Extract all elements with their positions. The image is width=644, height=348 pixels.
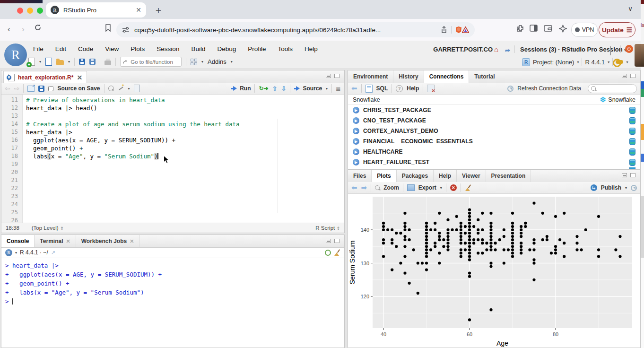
nav-forward-icon[interactable]: ⇨ bbox=[14, 85, 20, 92]
tab-files[interactable]: Files bbox=[348, 170, 372, 182]
find-replace-icon[interactable] bbox=[108, 86, 114, 91]
open-dir-icon[interactable]: ↗ bbox=[51, 250, 55, 256]
goto-file-input[interactable] bbox=[130, 59, 179, 65]
export-plot-icon[interactable] bbox=[407, 184, 415, 191]
database-icon[interactable] bbox=[629, 138, 635, 145]
code-lines[interactable]: # Preview of observations in heart_datah… bbox=[23, 95, 344, 223]
editor-file-tab[interactable]: heart_exploration.R* ✕ bbox=[3, 71, 87, 83]
prev-plot-icon[interactable]: ⬅ bbox=[351, 183, 357, 192]
macos-close-button[interactable] bbox=[17, 8, 23, 14]
tab-environment[interactable]: Environment bbox=[348, 70, 393, 83]
expand-icon[interactable]: ▶ bbox=[353, 159, 359, 165]
connection-item[interactable]: ▶HEALTHCARE bbox=[348, 147, 640, 157]
source-on-save-checkbox[interactable] bbox=[48, 86, 53, 91]
refresh-connection-icon[interactable] bbox=[507, 86, 513, 92]
tab-terminal[interactable]: Terminal✕ bbox=[35, 235, 76, 247]
tab-close-icon[interactable]: ✕ bbox=[136, 6, 141, 14]
publish-label[interactable]: Publish bbox=[601, 184, 621, 191]
menu-build[interactable]: Build bbox=[191, 45, 205, 52]
database-icon[interactable] bbox=[629, 148, 635, 156]
menu-edit[interactable]: Edit bbox=[55, 45, 66, 52]
expand-icon[interactable]: ▶ bbox=[353, 138, 359, 145]
expand-icon[interactable]: ▶ bbox=[353, 148, 359, 155]
macos-minimize-button[interactable] bbox=[27, 8, 33, 14]
expand-icon[interactable]: ▶ bbox=[353, 128, 359, 134]
browser-update-button[interactable]: Update ☰ bbox=[599, 22, 635, 37]
code-line[interactable] bbox=[26, 160, 344, 168]
bookmark-icon[interactable] bbox=[105, 24, 111, 34]
bat-rewards-icon[interactable] bbox=[462, 26, 469, 33]
code-line[interactable]: # Create a plot of age and serum sodium … bbox=[26, 120, 344, 128]
editor-save-icon[interactable] bbox=[38, 86, 44, 92]
code-line[interactable] bbox=[26, 112, 344, 120]
run-above-icon[interactable]: ⇧ bbox=[272, 85, 278, 92]
tab-console[interactable]: Console bbox=[1, 235, 35, 247]
code-line[interactable]: ggplot(aes(x = AGE, y = SERUM_SODIUM)) + bbox=[26, 136, 344, 144]
home-icon[interactable]: ⌂ bbox=[494, 45, 498, 54]
menu-session[interactable]: Session bbox=[157, 45, 179, 52]
database-icon[interactable] bbox=[629, 159, 635, 166]
compile-report-icon[interactable] bbox=[134, 85, 140, 92]
clear-plots-icon[interactable] bbox=[465, 184, 471, 191]
code-line[interactable] bbox=[26, 217, 344, 223]
tab-plots[interactable]: Plots bbox=[372, 170, 396, 182]
popout-icon[interactable] bbox=[27, 86, 35, 92]
database-icon[interactable] bbox=[629, 128, 635, 135]
expand-icon[interactable]: ▶ bbox=[353, 107, 359, 113]
connection-item[interactable]: ▶FINANCIAL__ECONOMIC_ESSENTIALS bbox=[348, 136, 640, 147]
reload-icon[interactable] bbox=[34, 24, 42, 34]
sidebar-icon[interactable] bbox=[530, 25, 538, 34]
new-file-icon[interactable] bbox=[28, 58, 35, 66]
source-button[interactable]: Source bbox=[294, 85, 322, 92]
code-line[interactable] bbox=[26, 209, 344, 217]
code-tools-wand-icon[interactable] bbox=[118, 85, 124, 92]
publish-icon[interactable]: ⇆ bbox=[591, 184, 597, 191]
help-icon[interactable]: ? bbox=[396, 85, 403, 92]
new-tab-button[interactable]: ＋ bbox=[154, 4, 163, 17]
r-version-menu[interactable]: R 4.4.1 bbox=[585, 59, 605, 66]
menu-tools[interactable]: Tools bbox=[278, 45, 293, 52]
menu-debug[interactable]: Debug bbox=[217, 45, 236, 52]
menu-plots[interactable]: Plots bbox=[131, 45, 145, 52]
editor-window-buttons[interactable] bbox=[326, 74, 339, 78]
extensions-icon[interactable] bbox=[516, 25, 524, 35]
plots-window-buttons[interactable] bbox=[622, 173, 635, 177]
credentials-key-icon[interactable] bbox=[616, 60, 623, 64]
r-version-icon[interactable]: R bbox=[5, 249, 12, 256]
tab-search-chevron-icon[interactable]: ∨ bbox=[628, 5, 633, 12]
connection-item[interactable]: ▶HEART_FAILURE_TEST bbox=[348, 157, 640, 167]
menu-profile[interactable]: Profile bbox=[248, 45, 266, 52]
code-line[interactable]: # Preview of observations in heart_data bbox=[26, 96, 344, 104]
refresh-connection-label[interactable]: Refresh Connection Data bbox=[517, 85, 581, 92]
quit-session-icon[interactable]: ⏻ bbox=[625, 45, 633, 53]
next-plot-icon[interactable]: ➡ bbox=[361, 183, 367, 192]
new-project-icon[interactable] bbox=[45, 58, 52, 66]
file-type-indicator[interactable]: R Script ⇕ bbox=[315, 225, 340, 231]
document-outline-icon[interactable]: ≣ bbox=[336, 85, 341, 92]
code-line[interactable]: labs(x = "Age", y = "Serum Sodium") bbox=[26, 152, 344, 160]
sql-label[interactable]: SQL bbox=[376, 85, 388, 92]
goto-file-search[interactable] bbox=[120, 57, 182, 67]
vpn-button[interactable]: VPN bbox=[571, 23, 598, 37]
menu-file[interactable]: File bbox=[33, 45, 44, 52]
nav-back-icon[interactable]: ⇦ bbox=[5, 85, 10, 92]
print-icon[interactable] bbox=[104, 61, 111, 65]
refresh-plot-icon[interactable] bbox=[631, 185, 637, 191]
account-name[interactable]: GARRETT.POSIT.CO bbox=[433, 46, 493, 53]
export-label[interactable]: Export bbox=[418, 184, 436, 191]
tab-workbench-jobs[interactable]: Workbench Jobs✕ bbox=[76, 235, 140, 247]
remove-plot-icon[interactable]: ✕ bbox=[450, 184, 457, 191]
back-icon[interactable]: ‹ bbox=[8, 25, 10, 34]
run-button[interactable]: Run bbox=[231, 85, 251, 92]
macos-zoom-button[interactable] bbox=[37, 8, 43, 14]
code-line[interactable] bbox=[26, 176, 344, 184]
site-settings-icon[interactable] bbox=[122, 26, 130, 33]
menu-code[interactable]: Code bbox=[78, 45, 93, 52]
tab-connections[interactable]: Connections bbox=[424, 70, 470, 83]
zoom-label[interactable]: Zoom bbox=[383, 184, 399, 191]
code-line[interactable]: heart_data |> bbox=[26, 128, 344, 136]
code-area[interactable]: 11121314151617181920212223242526 # Previ… bbox=[1, 95, 344, 223]
tab-close-icon[interactable]: ✕ bbox=[130, 238, 134, 244]
run-below-icon[interactable]: ⇩ bbox=[281, 85, 286, 92]
zoom-plot-icon[interactable] bbox=[375, 185, 380, 190]
